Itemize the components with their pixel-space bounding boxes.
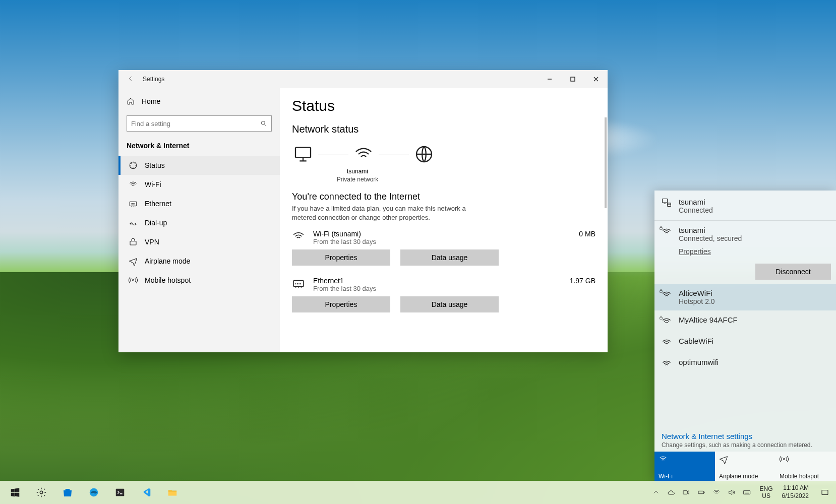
home-icon [127, 97, 135, 105]
ethernet-icon [292, 277, 305, 291]
wifi-icon [659, 455, 668, 464]
quick-tile-wifi[interactable]: Wi-Fi [654, 452, 715, 482]
action-center-button[interactable] [814, 488, 836, 497]
minimize-button[interactable] [538, 70, 561, 88]
network-settings-sub: Change settings, such as making a connec… [662, 442, 829, 449]
titlebar[interactable]: Settings [118, 70, 608, 88]
adapter-name: Wi-Fi (tsunami) [313, 230, 571, 238]
sidebar-item-label: VPN [145, 238, 159, 246]
network-settings-link[interactable]: Network & Internet settings [662, 432, 829, 440]
available-network[interactable]: AlticeWiFiHotspot 2.0 [654, 284, 836, 310]
properties-button[interactable]: Properties [292, 249, 390, 266]
tray-volume-icon[interactable] [727, 487, 737, 497]
current-name: tsunami [679, 198, 713, 206]
wifi-icon [353, 144, 374, 166]
connected-heading: You're connected to the Internet [292, 192, 595, 202]
expanded-status: Connected, secured [679, 234, 829, 242]
wifi-icon [662, 338, 672, 348]
svg-rect-19 [683, 491, 687, 494]
search-input[interactable] [127, 115, 272, 132]
sidebar-home[interactable]: Home [118, 92, 280, 110]
wifi-icon [662, 359, 672, 369]
available-network[interactable]: MyAltice 94AFCF [654, 310, 836, 332]
tray-onedrive-icon[interactable] [666, 487, 676, 497]
network-name: optimumwifi [679, 358, 719, 366]
adapter-sub: From the last 30 days [313, 238, 571, 245]
pc-icon [293, 144, 313, 166]
maximize-button[interactable] [561, 70, 584, 88]
sidebar-item-status[interactable]: Status [118, 156, 280, 175]
wifi-icon [129, 180, 138, 189]
data-usage-button[interactable]: Data usage [400, 249, 499, 266]
tile-label: Wi-Fi [659, 473, 711, 480]
connected-description: If you have a limited data plan, you can… [292, 204, 484, 222]
tray-ime-icon[interactable] [742, 487, 752, 497]
section-heading: Network & Internet [118, 139, 280, 156]
language-indicator[interactable]: ENG US [756, 485, 777, 500]
quick-actions: Wi-FiAirplane modeMobile hotspot [654, 452, 836, 482]
taskbar-clock[interactable]: 11:10 AM 6/15/2022 [777, 484, 814, 500]
available-network[interactable]: CableWiFi [654, 332, 836, 353]
tray-battery-icon[interactable] [696, 487, 706, 497]
flyout-expanded-network[interactable]: tsunami Connected, secured Properties [654, 221, 836, 261]
tray-network-icon[interactable] [711, 487, 722, 497]
back-button[interactable] [124, 75, 138, 84]
tray-overflow[interactable] [651, 487, 661, 497]
start-button[interactable] [3, 481, 27, 504]
taskbar-store[interactable] [55, 481, 80, 504]
ethernet-icon [129, 199, 138, 208]
flyout-footer: Network & Internet settings Change setti… [654, 428, 836, 452]
taskbar-edge[interactable] [82, 481, 106, 504]
tray-meet-now-icon[interactable] [681, 487, 691, 497]
network-name: AlticeWiFi [679, 289, 715, 297]
quick-tile-hotspot[interactable]: Mobile hotspot [775, 452, 836, 482]
settings-window: Settings Home Network & Internet StatusW… [118, 70, 608, 352]
dialup-icon [129, 218, 138, 227]
network-name: CableWiFi [679, 337, 713, 345]
taskbar-settings[interactable] [29, 481, 53, 504]
clock-date: 6/15/2022 [782, 492, 809, 500]
adapter-row: Wi-Fi (tsunami) From the last 30 days 0 … [292, 230, 595, 245]
diagram-network-name: tsunami [292, 168, 423, 176]
home-label: Home [142, 97, 160, 105]
wifi-icon [292, 230, 305, 244]
sidebar-item-hotspot[interactable]: Mobile hotspot [118, 271, 280, 290]
close-button[interactable] [584, 70, 608, 88]
flyout-current-connection[interactable]: tsunami Connected [654, 191, 836, 221]
sidebar-item-vpn[interactable]: VPN [118, 232, 280, 251]
airplane-icon [719, 455, 728, 464]
status-icon [129, 161, 138, 170]
lang-bot: US [760, 492, 773, 499]
page-subtitle: Network status [292, 123, 595, 135]
search-field[interactable] [131, 120, 260, 128]
properties-link[interactable]: Properties [679, 247, 711, 256]
data-usage-button[interactable]: Data usage [400, 296, 499, 312]
sidebar-item-label: Wi-Fi [145, 180, 161, 188]
hotspot-icon [780, 455, 789, 464]
sidebar-item-ethernet[interactable]: Ethernet [118, 194, 280, 213]
settings-sidebar: Home Network & Internet StatusWi-FiEther… [118, 88, 280, 352]
system-tray [647, 487, 756, 497]
clock-time: 11:10 AM [782, 484, 809, 492]
lang-top: ENG [760, 485, 773, 492]
search-icon [260, 120, 267, 127]
adapter-sub: From the last 30 days [313, 285, 562, 292]
window-title: Settings [143, 76, 164, 83]
network-sub: Hotspot 2.0 [679, 297, 715, 305]
properties-button[interactable]: Properties [292, 296, 390, 312]
scrollbar[interactable] [605, 117, 607, 208]
sidebar-item-airplane[interactable]: Airplane mode [118, 251, 280, 271]
taskbar-terminal[interactable] [108, 481, 132, 504]
adapter-usage: 1.97 GB [570, 277, 595, 285]
taskbar-explorer[interactable] [160, 481, 185, 504]
taskbar: ENG US 11:10 AM 6/15/2022 [0, 481, 836, 504]
quick-tile-airplane[interactable]: Airplane mode [715, 452, 775, 482]
lock-icon [659, 287, 664, 295]
sidebar-item-dialup[interactable]: Dial-up [118, 213, 280, 232]
taskbar-vscode[interactable] [134, 481, 158, 504]
available-network[interactable]: optimumwifi [654, 353, 836, 374]
pc-network-icon [662, 198, 672, 208]
sidebar-item-wifi[interactable]: Wi-Fi [118, 175, 280, 194]
lock-icon [659, 224, 664, 232]
disconnect-button[interactable]: Disconnect [755, 264, 831, 280]
